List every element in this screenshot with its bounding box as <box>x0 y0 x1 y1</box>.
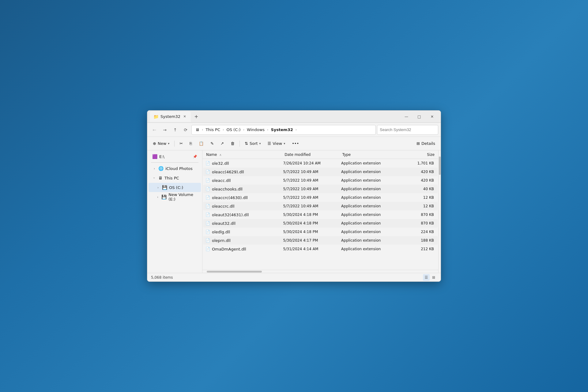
grid-view-button[interactable]: ⊞ <box>430 274 437 281</box>
sidebar-divider <box>151 162 198 163</box>
sidebar-item-os-c[interactable]: › 💾 OS (C:) <box>149 183 201 192</box>
sidebar-item-e-drive[interactable]: 🟪 E:\ 📌 <box>149 152 201 161</box>
expand-new-volume-icon[interactable]: › <box>156 195 160 199</box>
file-date-cell: 5/30/2024 4:18 PM <box>282 221 340 225</box>
bc-windows[interactable]: Windows <box>246 127 266 133</box>
file-type-icon: 📄 <box>205 187 210 191</box>
list-view-button[interactable]: ☰ <box>423 274 430 281</box>
search-box[interactable] <box>377 125 438 135</box>
table-row[interactable]: 📄 oleaut32.dll 5/30/2024 4:18 PM Applica… <box>203 219 438 228</box>
pin-icon: 📌 <box>193 155 197 159</box>
details-label: Details <box>421 141 435 146</box>
sort-chevron-icon: ▾ <box>259 142 261 145</box>
expand-icloud-icon[interactable]: › <box>152 166 156 171</box>
file-name-cell: 📄 OmaDmAgent.dll <box>205 247 282 251</box>
file-date-cell: 5/7/2022 10:49 AM <box>282 170 340 174</box>
bc-system32[interactable]: System32 <box>270 127 294 133</box>
back-button[interactable]: ← <box>150 125 159 134</box>
table-row[interactable]: 📄 OmaDmAgent.dll 5/31/2024 4:14 AM Appli… <box>203 245 438 253</box>
tab-folder-icon: 📁 <box>153 114 159 119</box>
file-date-cell: 5/7/2022 10:49 AM <box>282 187 340 191</box>
table-row[interactable]: 📄 oleacc(4629).dll 5/7/2022 10:49 AM App… <box>203 168 438 176</box>
file-size-cell: 12 KB <box>405 204 435 208</box>
horizontal-scrollbar[interactable] <box>202 270 438 273</box>
file-name-cell: 📄 oleacc.dll <box>205 178 282 183</box>
close-button[interactable]: ✕ <box>426 112 438 122</box>
sidebar-item-new-volume[interactable]: › 💾 New Volume (E:) <box>149 192 201 202</box>
sidebar-item-this-pc-label: This PC <box>164 176 179 180</box>
table-row[interactable]: 📄 oleprn.dll 5/30/2024 4:17 PM Applicati… <box>203 236 438 245</box>
table-row[interactable]: 📄 ole32.dll 7/26/2024 10:24 AM Applicati… <box>203 159 438 168</box>
new-tab-button[interactable]: + <box>192 112 201 121</box>
file-name-cell: 📄 oledlg.dll <box>205 230 282 234</box>
file-name-cell: 📄 oleaccrc.dll <box>205 204 282 209</box>
file-date-cell: 5/7/2022 10:49 AM <box>282 178 340 183</box>
file-type-icon: 📄 <box>205 213 210 217</box>
cut-button[interactable]: ✂ <box>176 139 186 149</box>
minimize-button[interactable]: — <box>400 112 413 122</box>
items-count: 5,068 items <box>151 275 173 280</box>
refresh-button[interactable]: ⟳ <box>181 125 190 134</box>
file-type-icon: 📄 <box>205 204 210 208</box>
cut-icon: ✂ <box>179 141 183 146</box>
status-bar: 5,068 items ☰ ⊞ <box>147 273 441 281</box>
bc-this-pc-icon[interactable]: 🖥 <box>194 127 201 133</box>
file-date-cell: 5/30/2024 4:17 PM <box>282 238 340 243</box>
table-row[interactable]: 📄 oleacchooks.dll 5/7/2022 10:49 AM Appl… <box>203 185 438 193</box>
sort-label: Sort <box>250 141 258 146</box>
new-button[interactable]: ⊕ New ▾ <box>150 139 172 149</box>
breadcrumb[interactable]: 🖥 › This PC › OS (C:) › Windows › System… <box>191 125 376 135</box>
file-type-icon: 📄 <box>205 238 210 243</box>
file-date-cell: 5/30/2024 4:18 PM <box>282 213 340 217</box>
table-row[interactable]: 📄 oleacc.dll 5/7/2022 10:49 AM Applicati… <box>203 176 438 185</box>
file-name-cell: 📄 oleaut32.dll <box>205 221 282 226</box>
paste-button[interactable]: 📋 <box>196 139 207 149</box>
table-row[interactable]: 📄 oleaccrc(4630).dll 5/7/2022 10:49 AM A… <box>203 193 438 202</box>
file-type-cell: Application extension <box>340 213 405 217</box>
h-scroll-thumb[interactable] <box>207 271 262 273</box>
file-date-cell: 5/7/2022 10:49 AM <box>282 195 340 200</box>
tab-close-button[interactable]: ✕ <box>182 114 187 119</box>
col-date-header[interactable]: Date modified <box>283 153 341 157</box>
delete-button[interactable]: 🗑 <box>228 139 238 149</box>
rename-button[interactable]: ✎ <box>207 139 217 149</box>
new-chevron-icon: ▾ <box>168 142 169 145</box>
up-button[interactable]: ↑ <box>171 125 180 134</box>
sidebar: 🟪 E:\ 📌 › 🌐 iCloud Photos › 🖥 This PC › … <box>147 150 202 273</box>
search-input[interactable] <box>380 127 435 132</box>
maximize-button[interactable]: □ <box>413 112 425 122</box>
this-pc-icon: 🖥 <box>158 175 163 180</box>
copy-button[interactable]: ⎘ <box>187 139 195 149</box>
sort-button[interactable]: ⇅ Sort ▾ <box>242 139 264 149</box>
col-name-header[interactable]: Name ∧ <box>205 153 283 157</box>
table-row[interactable]: 📄 oleaut32(4631).dll 5/30/2024 4:18 PM A… <box>203 210 438 219</box>
more-button[interactable]: ••• <box>289 139 302 149</box>
details-button[interactable]: ⊞ Details <box>413 139 438 149</box>
toolbar-separator-2 <box>239 141 240 147</box>
expand-this-pc-icon[interactable]: › <box>152 176 156 180</box>
file-type-icon: 📄 <box>205 230 210 234</box>
col-type-header[interactable]: Type <box>341 153 406 157</box>
table-row[interactable]: 📄 oleaccrc.dll 5/7/2022 10:49 AM Applica… <box>203 202 438 210</box>
file-type-cell: Application extension <box>340 161 405 165</box>
active-tab[interactable]: 📁 System32 ✕ <box>150 111 191 122</box>
file-date-cell: 5/31/2024 4:14 AM <box>282 247 340 251</box>
col-size-header[interactable]: Size <box>406 153 436 157</box>
expand-os-c-icon[interactable]: › <box>156 185 160 190</box>
forward-button[interactable]: → <box>160 125 169 134</box>
sidebar-item-icloud[interactable]: › 🌐 iCloud Photos <box>149 164 201 173</box>
sidebar-item-new-volume-label: New Volume (E:) <box>168 192 197 202</box>
view-button[interactable]: ☰ View ▾ <box>265 139 288 149</box>
bc-os-c[interactable]: OS (C:) <box>225 127 242 133</box>
share-button[interactable]: ↗ <box>217 139 227 149</box>
v-scroll-thumb[interactable] <box>439 156 441 175</box>
vertical-scrollbar[interactable] <box>438 150 441 273</box>
table-row[interactable]: 📄 oledlg.dll 5/30/2024 4:18 PM Applicati… <box>203 228 438 236</box>
bc-this-pc[interactable]: This PC <box>204 127 221 133</box>
file-name-cell: 📄 ole32.dll <box>205 161 282 166</box>
file-list[interactable]: 📄 ole32.dll 7/26/2024 10:24 AM Applicati… <box>202 159 438 270</box>
file-area: Name ∧ Date modified Type Size 📄 ole32.d… <box>202 150 438 273</box>
sidebar-item-this-pc[interactable]: › 🖥 This PC <box>149 173 201 183</box>
rename-icon: ✎ <box>210 141 214 146</box>
file-size-cell: 224 KB <box>405 230 435 234</box>
